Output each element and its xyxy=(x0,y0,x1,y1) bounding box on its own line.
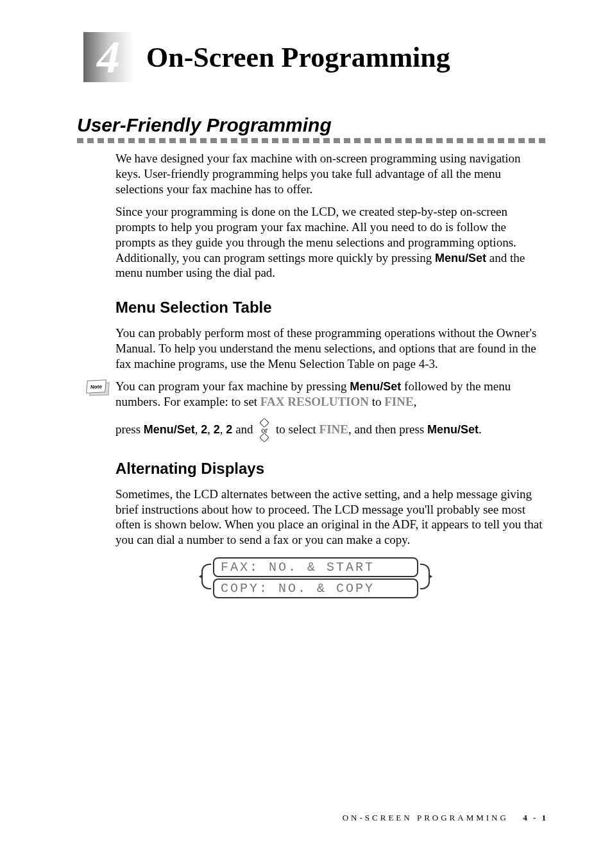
note-instruction: press Menu/Set, 2, 2, 2 and or to select… xyxy=(115,417,548,442)
lcd-line-1: FAX: NO. & START xyxy=(213,557,418,577)
text-fragment: , xyxy=(195,422,201,436)
text-fragment: press xyxy=(115,422,144,436)
key-2: 2 xyxy=(226,423,232,436)
lcd-display: FAX: NO. & START COPY: NO. & COPY xyxy=(213,557,418,598)
key-2: 2 xyxy=(201,423,207,436)
body-paragraph: Since your programming is done on the LC… xyxy=(115,204,548,281)
footer-page-number: 4 - 1 xyxy=(523,813,548,822)
body-paragraph: You can probably perform most of these p… xyxy=(115,326,548,371)
note-paragraph: You can program your fax machine by pres… xyxy=(115,379,548,410)
text-fragment: , xyxy=(414,395,417,408)
body-paragraph: Sometimes, the LCD alternates between th… xyxy=(115,487,548,548)
key-2: 2 xyxy=(214,423,220,436)
fax-resolution-label: FAX RESOLUTION xyxy=(260,395,369,408)
chapter-title: On-Screen Programming xyxy=(146,41,450,74)
divider xyxy=(77,138,548,143)
text-fragment: and xyxy=(232,422,256,436)
subsection-title: Menu Selection Table xyxy=(115,299,548,317)
chapter-number-box: 4 xyxy=(83,32,133,82)
text-fragment: You can program your fax machine by pres… xyxy=(115,379,350,393)
section-title: User-Friendly Programming xyxy=(77,114,548,136)
text-fragment: , xyxy=(220,422,226,436)
note-container: Note You can program your fax machine by… xyxy=(83,379,548,442)
subsection-title: Alternating Displays xyxy=(115,460,548,478)
fine-label: FINE xyxy=(319,422,348,436)
footer-section-name: ON-SCREEN PROGRAMMING xyxy=(343,813,509,822)
menu-set-label: Menu/Set xyxy=(427,423,479,436)
chapter-header: 4 On-Screen Programming xyxy=(83,32,548,82)
note-label: Note xyxy=(86,379,106,394)
lcd-line-2: COPY: NO. & COPY xyxy=(213,578,418,598)
chapter-number: 4 xyxy=(97,31,120,84)
menu-set-label: Menu/Set xyxy=(350,380,401,393)
text-fragment: . xyxy=(479,422,482,436)
text-fragment: to xyxy=(369,395,384,408)
lcd-cycle-arrow-right-icon xyxy=(420,564,430,589)
fine-label: FINE xyxy=(384,395,413,408)
lcd-cycle-arrow-left-icon xyxy=(201,564,211,589)
text-fragment: , and then press xyxy=(348,422,427,436)
text-fragment: , xyxy=(207,422,214,436)
menu-set-label: Menu/Set xyxy=(435,252,486,265)
menu-set-label: Menu/Set xyxy=(144,423,195,436)
page-footer: ON-SCREEN PROGRAMMING 4 - 1 xyxy=(343,813,548,823)
up-down-control-icon: or xyxy=(256,419,273,441)
body-paragraph: We have designed your fax machine with o… xyxy=(115,151,548,196)
text-fragment: to select xyxy=(273,422,319,436)
note-icon: Note xyxy=(87,380,111,395)
